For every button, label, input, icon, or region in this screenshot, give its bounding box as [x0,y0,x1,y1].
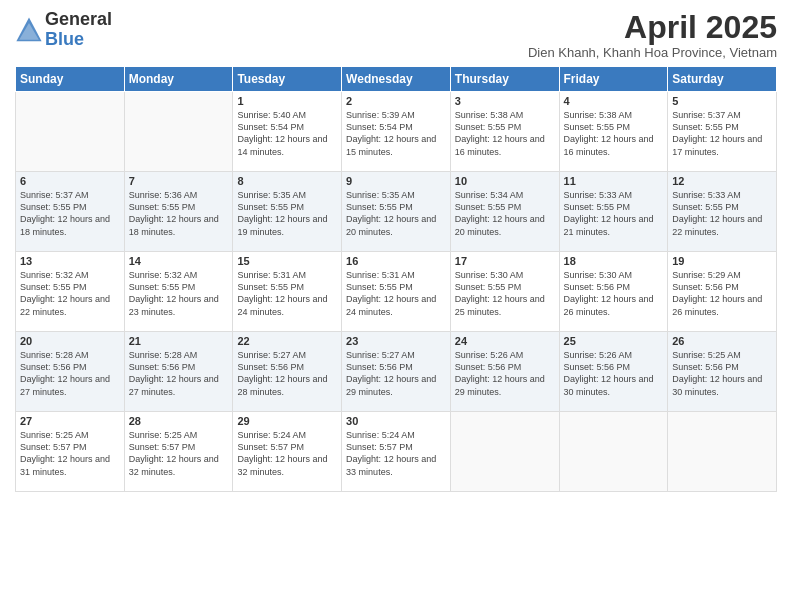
day-info: Sunrise: 5:25 AMSunset: 5:57 PMDaylight:… [20,429,120,478]
daylight-text: Daylight: 12 hours and 17 minutes. [672,134,762,156]
sunset-text: Sunset: 5:54 PM [346,122,413,132]
day-info: Sunrise: 5:33 AMSunset: 5:55 PMDaylight:… [672,189,772,238]
table-row [16,92,125,172]
table-row: 17Sunrise: 5:30 AMSunset: 5:55 PMDayligh… [450,252,559,332]
logo-general-text: General [45,10,112,30]
sunset-text: Sunset: 5:56 PM [672,362,739,372]
sunset-text: Sunset: 5:55 PM [346,202,413,212]
sunrise-text: Sunrise: 5:24 AM [346,430,415,440]
sunset-text: Sunset: 5:56 PM [346,362,413,372]
calendar-week-row: 27Sunrise: 5:25 AMSunset: 5:57 PMDayligh… [16,412,777,492]
day-info: Sunrise: 5:32 AMSunset: 5:55 PMDaylight:… [20,269,120,318]
calendar-week-row: 1Sunrise: 5:40 AMSunset: 5:54 PMDaylight… [16,92,777,172]
day-info: Sunrise: 5:24 AMSunset: 5:57 PMDaylight:… [346,429,446,478]
day-info: Sunrise: 5:25 AMSunset: 5:56 PMDaylight:… [672,349,772,398]
sunrise-text: Sunrise: 5:25 AM [672,350,741,360]
daylight-text: Daylight: 12 hours and 22 minutes. [672,214,762,236]
daylight-text: Daylight: 12 hours and 32 minutes. [129,454,219,476]
daylight-text: Daylight: 12 hours and 29 minutes. [346,374,436,396]
calendar-week-row: 13Sunrise: 5:32 AMSunset: 5:55 PMDayligh… [16,252,777,332]
table-row [668,412,777,492]
day-number: 6 [20,175,120,187]
day-info: Sunrise: 5:31 AMSunset: 5:55 PMDaylight:… [346,269,446,318]
table-row: 4Sunrise: 5:38 AMSunset: 5:55 PMDaylight… [559,92,668,172]
daylight-text: Daylight: 12 hours and 18 minutes. [20,214,110,236]
sunrise-text: Sunrise: 5:35 AM [346,190,415,200]
table-row: 16Sunrise: 5:31 AMSunset: 5:55 PMDayligh… [342,252,451,332]
table-row: 7Sunrise: 5:36 AMSunset: 5:55 PMDaylight… [124,172,233,252]
daylight-text: Daylight: 12 hours and 29 minutes. [455,374,545,396]
table-row: 10Sunrise: 5:34 AMSunset: 5:55 PMDayligh… [450,172,559,252]
sunrise-text: Sunrise: 5:40 AM [237,110,306,120]
sunset-text: Sunset: 5:55 PM [672,122,739,132]
logo: General Blue [15,10,112,50]
sunrise-text: Sunrise: 5:32 AM [20,270,89,280]
header-monday: Monday [124,67,233,92]
sunset-text: Sunset: 5:56 PM [455,362,522,372]
logo-icon [15,16,43,44]
header-friday: Friday [559,67,668,92]
sunrise-text: Sunrise: 5:31 AM [237,270,306,280]
day-number: 23 [346,335,446,347]
daylight-text: Daylight: 12 hours and 26 minutes. [672,294,762,316]
logo-blue-text: Blue [45,30,112,50]
sunset-text: Sunset: 5:57 PM [129,442,196,452]
day-info: Sunrise: 5:37 AMSunset: 5:55 PMDaylight:… [20,189,120,238]
sunrise-text: Sunrise: 5:30 AM [455,270,524,280]
sunset-text: Sunset: 5:56 PM [237,362,304,372]
day-number: 14 [129,255,229,267]
day-number: 30 [346,415,446,427]
day-number: 12 [672,175,772,187]
table-row: 9Sunrise: 5:35 AMSunset: 5:55 PMDaylight… [342,172,451,252]
table-row: 29Sunrise: 5:24 AMSunset: 5:57 PMDayligh… [233,412,342,492]
day-number: 15 [237,255,337,267]
sunrise-text: Sunrise: 5:27 AM [237,350,306,360]
table-row: 27Sunrise: 5:25 AMSunset: 5:57 PMDayligh… [16,412,125,492]
sunrise-text: Sunrise: 5:24 AM [237,430,306,440]
day-info: Sunrise: 5:38 AMSunset: 5:55 PMDaylight:… [455,109,555,158]
day-number: 18 [564,255,664,267]
header-thursday: Thursday [450,67,559,92]
table-row: 20Sunrise: 5:28 AMSunset: 5:56 PMDayligh… [16,332,125,412]
table-row: 23Sunrise: 5:27 AMSunset: 5:56 PMDayligh… [342,332,451,412]
day-number: 20 [20,335,120,347]
sunset-text: Sunset: 5:55 PM [672,202,739,212]
daylight-text: Daylight: 12 hours and 20 minutes. [455,214,545,236]
daylight-text: Daylight: 12 hours and 21 minutes. [564,214,654,236]
daylight-text: Daylight: 12 hours and 27 minutes. [129,374,219,396]
sunrise-text: Sunrise: 5:30 AM [564,270,633,280]
day-info: Sunrise: 5:25 AMSunset: 5:57 PMDaylight:… [129,429,229,478]
logo-text: General Blue [45,10,112,50]
sunrise-text: Sunrise: 5:35 AM [237,190,306,200]
daylight-text: Daylight: 12 hours and 30 minutes. [672,374,762,396]
daylight-text: Daylight: 12 hours and 23 minutes. [129,294,219,316]
table-row: 21Sunrise: 5:28 AMSunset: 5:56 PMDayligh… [124,332,233,412]
sunset-text: Sunset: 5:55 PM [564,202,631,212]
day-number: 27 [20,415,120,427]
sunset-text: Sunset: 5:55 PM [455,202,522,212]
sunset-text: Sunset: 5:55 PM [564,122,631,132]
sunrise-text: Sunrise: 5:25 AM [129,430,198,440]
day-info: Sunrise: 5:40 AMSunset: 5:54 PMDaylight:… [237,109,337,158]
day-number: 22 [237,335,337,347]
sunset-text: Sunset: 5:55 PM [129,282,196,292]
table-row: 12Sunrise: 5:33 AMSunset: 5:55 PMDayligh… [668,172,777,252]
sunrise-text: Sunrise: 5:31 AM [346,270,415,280]
daylight-text: Daylight: 12 hours and 20 minutes. [346,214,436,236]
day-info: Sunrise: 5:26 AMSunset: 5:56 PMDaylight:… [564,349,664,398]
day-info: Sunrise: 5:29 AMSunset: 5:56 PMDaylight:… [672,269,772,318]
sunrise-text: Sunrise: 5:33 AM [564,190,633,200]
day-info: Sunrise: 5:30 AMSunset: 5:56 PMDaylight:… [564,269,664,318]
sunset-text: Sunset: 5:56 PM [20,362,87,372]
sunrise-text: Sunrise: 5:29 AM [672,270,741,280]
day-number: 29 [237,415,337,427]
table-row: 5Sunrise: 5:37 AMSunset: 5:55 PMDaylight… [668,92,777,172]
sunset-text: Sunset: 5:55 PM [20,202,87,212]
table-row [124,92,233,172]
day-number: 19 [672,255,772,267]
day-info: Sunrise: 5:24 AMSunset: 5:57 PMDaylight:… [237,429,337,478]
sunrise-text: Sunrise: 5:38 AM [455,110,524,120]
sunrise-text: Sunrise: 5:39 AM [346,110,415,120]
day-number: 4 [564,95,664,107]
sunset-text: Sunset: 5:56 PM [564,362,631,372]
